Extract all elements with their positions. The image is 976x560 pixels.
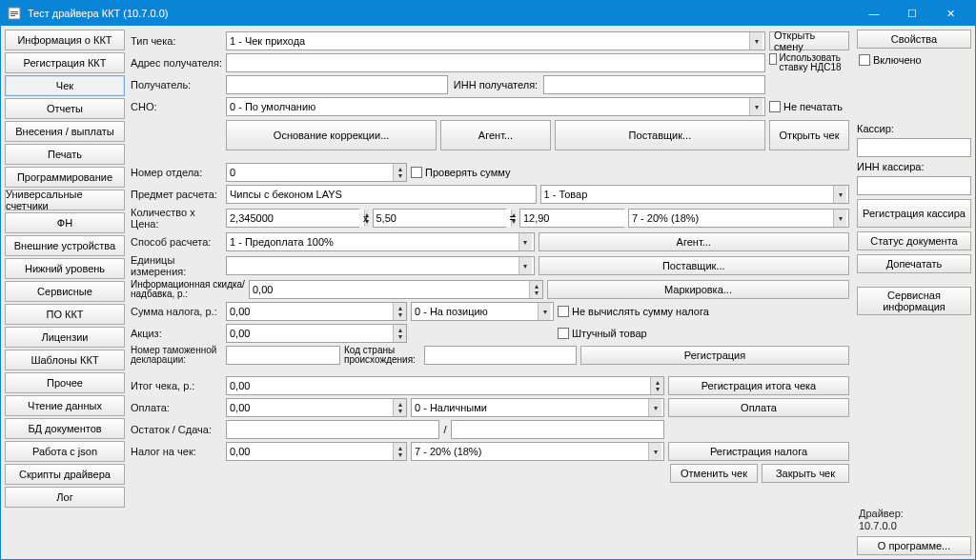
combo-edin[interactable]: ▾	[226, 256, 535, 275]
combo-sno[interactable]: 0 - По умолчанию▾	[226, 97, 765, 116]
spin-kol[interactable]: ▴▾	[226, 209, 359, 228]
label-ostatok: Остаток / Сдача:	[131, 424, 222, 435]
correction-basis-button[interactable]: Основание коррекции...	[226, 120, 437, 150]
label-predmet: Предмет расчета:	[131, 189, 222, 200]
register-button[interactable]: Регистрация	[580, 346, 849, 365]
input-kassir[interactable]	[857, 138, 971, 157]
spin-akciz[interactable]: ▴▾	[226, 324, 407, 343]
cancel-check-button[interactable]: Отменить чек	[670, 464, 758, 483]
nav-фн[interactable]: ФН	[5, 212, 125, 233]
input-inn-kassira[interactable]	[857, 176, 971, 195]
nav-бд-документов[interactable]: БД документов	[5, 418, 125, 439]
spin-info-sk[interactable]: ▴▾	[249, 280, 543, 299]
label-nomer-otdela: Номер отдела:	[131, 167, 222, 178]
label-kod-strany: Код страны происхождения:	[344, 346, 420, 365]
minimize-button[interactable]: —	[855, 1, 893, 26]
chevron-down-icon: ▾	[749, 32, 762, 50]
agent2-button[interactable]: Агент...	[539, 232, 850, 251]
input-nomer-tam[interactable]	[226, 346, 340, 365]
label-inn-kassira: ИНН кассира:	[857, 161, 971, 172]
input-adres[interactable]	[226, 53, 765, 72]
driver-info: Драйвер:10.7.0.0	[857, 506, 971, 532]
input-sdacha[interactable]	[451, 420, 664, 439]
checkbox-ne-pechatat[interactable]: Не печатать	[769, 101, 849, 112]
checkbox-vklucheno[interactable]: Включено	[857, 52, 971, 68]
register-cashier-button[interactable]: Регистрация кассира	[857, 199, 971, 228]
spin-summa[interactable]: ▴▾	[519, 209, 624, 228]
about-button[interactable]: О программе...	[857, 536, 971, 555]
combo-oplata-type[interactable]: 0 - Наличными▾	[411, 398, 664, 417]
properties-button[interactable]: Свойства	[857, 30, 971, 49]
spin-summa-naloga[interactable]: ▴▾	[226, 302, 407, 321]
register-tax-button[interactable]: Регистрация налога	[668, 442, 849, 461]
payment-button[interactable]: Оплата	[668, 398, 849, 417]
label-kolxcena: Количество x Цена:	[131, 207, 222, 230]
label-poluchatel: Получатель:	[131, 79, 222, 90]
spin-cena[interactable]: ▴▾	[373, 209, 506, 228]
nav-универсальные-счетчики[interactable]: Универсальные счетчики	[5, 190, 125, 210]
input-kod-strany[interactable]	[424, 346, 577, 365]
nav-сервисные[interactable]: Сервисные	[5, 281, 125, 302]
nav-скрипты-драйвера[interactable]: Скрипты драйвера	[5, 464, 125, 485]
spin-itog[interactable]: ▴▾	[226, 376, 664, 395]
nav-нижний-уровень[interactable]: Нижний уровень	[5, 258, 125, 279]
open-check-button[interactable]: Открыть чек	[769, 120, 849, 150]
combo-predmet-type[interactable]: 1 - Товар▾	[540, 185, 850, 204]
document-status-button[interactable]: Статус документа	[857, 231, 971, 250]
input-ostatok[interactable]	[226, 420, 439, 439]
nav-программирование[interactable]: Программирование	[5, 167, 125, 188]
nav-регистрация-ккт[interactable]: Регистрация ККТ	[5, 52, 125, 73]
nav-лицензии[interactable]: Лицензии	[5, 327, 125, 348]
checkbox-shtuch[interactable]: Штучный товар	[558, 328, 647, 339]
supplier2-button[interactable]: Поставщик...	[539, 256, 850, 275]
input-poluchatel[interactable]	[226, 75, 448, 94]
nav-чтение-данных[interactable]: Чтение данных	[5, 395, 125, 416]
label-inn-poluch: ИНН получателя:	[452, 79, 539, 90]
chevron-down-icon: ▾	[648, 399, 661, 416]
agent-button[interactable]: Агент...	[440, 120, 551, 150]
label-oplata: Оплата:	[131, 402, 222, 413]
reprint-button[interactable]: Допечатать	[857, 254, 971, 273]
maximize-button[interactable]: ☐	[893, 1, 931, 26]
combo-nalog-rate[interactable]: 7 - 20% (18%)▾	[628, 209, 849, 228]
close-check-button[interactable]: Закрыть чек	[762, 464, 849, 483]
combo-tip-cheka[interactable]: 1 - Чек прихода▾	[226, 31, 765, 50]
combo-nalog-pos[interactable]: 0 - На позицию▾	[411, 302, 554, 321]
nav-внешние-устройства[interactable]: Внешние устройства	[5, 235, 125, 256]
spin-nalog-chek[interactable]: ▴▾	[226, 442, 407, 461]
nav-информация-о-ккт[interactable]: Информация о ККТ	[5, 30, 125, 50]
label-edin: Единицы измерения:	[131, 254, 222, 277]
nav-работа-с-json[interactable]: Работа с json	[5, 441, 125, 462]
input-inn-poluch[interactable]	[543, 75, 765, 94]
label-sposob: Способ расчета:	[131, 236, 222, 248]
nav-внесения-выплаты[interactable]: Внесения / выплаты	[5, 121, 125, 142]
nav-лог[interactable]: Лог	[5, 487, 125, 508]
label-akciz: Акциз:	[131, 328, 222, 339]
nav-отчеты[interactable]: Отчеты	[5, 98, 125, 119]
service-info-button[interactable]: Сервисная информация	[857, 287, 971, 315]
nav-прочее[interactable]: Прочее	[5, 372, 125, 393]
nav-чек[interactable]: Чек	[5, 75, 125, 96]
nav-печать[interactable]: Печать	[5, 144, 125, 165]
combo-sposob[interactable]: 1 - Предоплата 100%▾	[226, 232, 535, 251]
label-summa-naloga: Сумма налога, р.:	[131, 306, 222, 317]
combo-nalog-chek-rate[interactable]: 7 - 20% (18%)▾	[411, 442, 664, 461]
chevron-down-icon: ▾	[833, 210, 846, 227]
nav-по-ккт[interactable]: ПО ККТ	[5, 304, 125, 325]
marking-button[interactable]: Маркировка...	[547, 280, 849, 299]
checkbox-nevychis[interactable]: Не вычислять сумму налога	[558, 306, 709, 317]
register-total-button[interactable]: Регистрация итога чека	[668, 376, 849, 395]
app-icon	[7, 6, 22, 21]
spin-oplata[interactable]: ▴▾	[226, 398, 407, 417]
open-shift-button[interactable]: Открыть смену	[769, 31, 849, 50]
nav-sidebar: Информация о ККТРегистрация ККТЧекОтчеты…	[5, 30, 125, 555]
spin-nomer-otdela[interactable]: ▴▾	[226, 163, 407, 182]
label-kassir: Кассир:	[857, 123, 971, 134]
supplier-button[interactable]: Поставщик...	[555, 120, 765, 150]
input-predmet[interactable]	[226, 185, 537, 204]
checkbox-proveryat[interactable]: Проверять сумму	[411, 167, 510, 178]
close-button[interactable]: ✕	[931, 1, 969, 26]
checkbox-use-vat18[interactable]: Использовать ставку НДС18	[769, 53, 849, 72]
chevron-down-icon: ▾	[833, 186, 846, 203]
nav-шаблоны-ккт[interactable]: Шаблоны ККТ	[5, 350, 125, 370]
